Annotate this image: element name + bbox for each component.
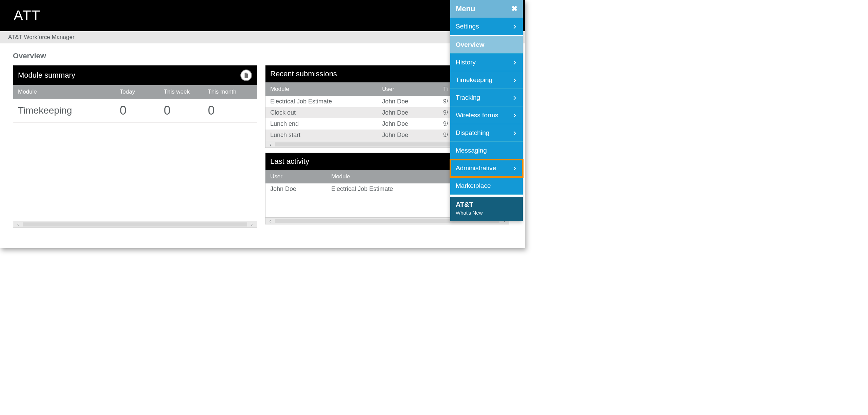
menu-label: Wireless forms <box>456 112 498 119</box>
col-week: This week <box>164 88 208 95</box>
app-frame: ATT AT&T Workforce Manager Overview Modu… <box>0 0 525 248</box>
module-summary-body[interactable]: Timekeeping 0 0 0 <box>13 99 257 221</box>
menu-item-timekeeping[interactable]: Timekeeping <box>450 71 523 89</box>
menu-header: Menu ✖ <box>450 0 523 18</box>
top-banner: ATT <box>0 0 525 31</box>
logo-text: ATT <box>14 7 40 24</box>
menu-item-settings[interactable]: Settings <box>450 18 523 35</box>
menu-label: Marketplace <box>456 182 491 190</box>
chevron-right-icon <box>512 130 517 136</box>
menu-label: Settings <box>456 23 479 30</box>
chevron-right-icon <box>512 60 517 65</box>
menu-footer[interactable]: AT&T What's New <box>450 197 523 221</box>
cell-user: John Doe <box>270 185 331 193</box>
dashboard-columns: Module summary Module Today This week Th… <box>13 65 512 233</box>
hscroll[interactable]: ‹ › <box>13 221 257 228</box>
module-summary-card: Module summary Module Today This week Th… <box>13 65 257 228</box>
menu-item-marketplace[interactable]: Marketplace <box>450 177 523 195</box>
page-title: Overview <box>13 52 512 60</box>
chevron-right-icon <box>512 24 517 29</box>
footer-line2: What's New <box>456 210 517 216</box>
menu-title: Menu <box>456 4 475 13</box>
scroll-left-icon[interactable]: ‹ <box>267 218 274 224</box>
page-content: Overview Module summary Module Today Thi… <box>0 43 525 233</box>
module-summary-columns: Module Today This week This month <box>13 85 257 99</box>
scroll-track[interactable] <box>23 222 247 226</box>
table-row[interactable]: Timekeeping 0 0 0 <box>13 99 257 123</box>
last-activity-title: Last activity <box>270 157 309 166</box>
menu-item-dispatching[interactable]: Dispatching <box>450 124 523 142</box>
scroll-left-icon[interactable]: ‹ <box>15 222 21 227</box>
menu-label: Timekeeping <box>456 76 492 84</box>
module-summary-header: Module summary <box>13 65 257 85</box>
cell-module: Lunch end <box>270 120 382 127</box>
menu-item-messaging[interactable]: Messaging <box>450 142 523 159</box>
cell-module: Timekeeping <box>18 105 120 116</box>
menu-label: Overview <box>456 41 485 48</box>
close-icon[interactable]: ✖ <box>511 4 517 13</box>
cell-user: John Doe <box>382 132 443 139</box>
menu-item-administrative[interactable]: Administrative <box>450 159 523 177</box>
menu-label: Messaging <box>456 147 487 154</box>
menu-item-history[interactable]: History <box>450 54 523 71</box>
cell-today: 0 <box>120 103 164 118</box>
chevron-right-icon <box>512 77 517 83</box>
chevron-right-icon <box>512 95 517 100</box>
scroll-right-icon[interactable]: › <box>249 222 255 227</box>
menu-label: Tracking <box>456 94 480 101</box>
cell-user: John Doe <box>382 109 443 116</box>
menu-label: Administrative <box>456 164 496 172</box>
col-month: This month <box>208 88 252 95</box>
module-summary-title: Module summary <box>18 71 75 80</box>
side-menu: Menu ✖ Settings Overview History Timekee… <box>450 0 523 221</box>
menu-label: History <box>456 59 476 66</box>
chevron-right-icon <box>512 113 517 118</box>
breadcrumb: AT&T Workforce Manager <box>0 31 525 43</box>
cell-module: Clock out <box>270 109 382 116</box>
menu-item-overview[interactable]: Overview <box>450 36 523 54</box>
footer-line1: AT&T <box>456 201 517 209</box>
menu-label: Dispatching <box>456 129 489 137</box>
menu-item-tracking[interactable]: Tracking <box>450 89 523 106</box>
module-summary-column: Module summary Module Today This week Th… <box>13 65 257 233</box>
cell-month: 0 <box>208 103 252 118</box>
document-icon[interactable] <box>240 70 252 81</box>
cell-week: 0 <box>164 103 208 118</box>
col-module: Module <box>270 86 382 93</box>
cell-user: John Doe <box>382 98 443 105</box>
scroll-left-icon[interactable]: ‹ <box>267 142 274 147</box>
col-user: User <box>382 86 443 93</box>
breadcrumb-label: AT&T Workforce Manager <box>8 34 75 41</box>
col-module: Module <box>18 88 120 95</box>
cell-module: Electrical Job Estimate <box>270 98 382 105</box>
chevron-right-icon <box>512 165 517 171</box>
cell-user: John Doe <box>382 120 443 127</box>
cell-module: Lunch start <box>270 132 382 139</box>
menu-item-wireless-forms[interactable]: Wireless forms <box>450 106 523 124</box>
recent-submissions-title: Recent submissions <box>270 70 337 78</box>
col-user: User <box>270 173 331 180</box>
col-today: Today <box>120 88 164 95</box>
